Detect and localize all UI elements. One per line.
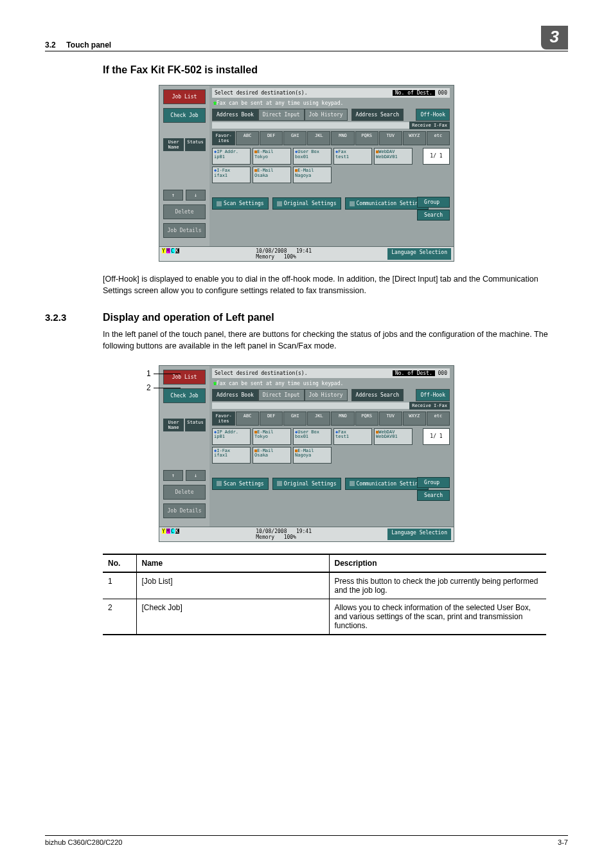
user-name-tab-2[interactable]: User Name [163,419,184,431]
tab-address-book[interactable]: Address Book [212,109,258,121]
index-mno-2[interactable]: MNO [331,411,354,426]
off-hook-button[interactable]: Off-Hook [416,109,450,121]
receive-ifax-button-2[interactable]: Receive I-Fax [409,402,450,410]
footer-date: 10/08/2008 [256,248,287,254]
touch-panel-screenshot-2: Job List Check Job User Name Status ↑ ↓ … [159,365,454,542]
arrow-down-button-2[interactable]: ↓ [186,470,206,481]
job-details-button-2[interactable]: Job Details [163,503,206,518]
scan-settings-button[interactable]: Scan Settings [212,197,269,210]
arrow-up-button-2[interactable]: ↑ [163,470,183,481]
original-settings-button-2[interactable]: Original Settings [272,478,341,490]
footer-mem-label: Memory [256,254,274,260]
dest-osaka[interactable]: ■E-MailOsaka [253,167,291,183]
index-wxyz[interactable]: WXYZ [403,131,426,145]
tab-job-history-2[interactable]: Job History [305,389,348,401]
cell-name-1: [Job List] [136,572,329,599]
search-button[interactable]: Search [417,210,450,221]
index-tuv-2[interactable]: TUV [379,411,402,426]
dest-test1[interactable]: ◆Faxtest1 [333,148,372,165]
cell-desc-1: Press this button to check the job curre… [329,572,546,599]
dest-box01[interactable]: ◆User Boxbox01 [293,148,332,165]
fax-keypad-note-2: Fax can be sent at any time using keypad… [217,381,343,386]
tab-direct-input[interactable]: Direct Input [258,109,305,121]
footer-time: 19:41 [296,248,312,254]
dest-count: 000 [438,90,447,96]
tab-address-search-2[interactable]: Address Search [351,389,404,401]
chapter-badge: 3 [541,26,568,50]
dest-ip01[interactable]: ◆IP Addr.ip01 [212,148,251,165]
index-abc-2[interactable]: ABC [236,411,259,426]
index-etc-2[interactable]: etc [427,411,450,426]
index-def-2[interactable]: DEF [260,411,283,426]
index-etc[interactable]: etc [427,131,450,145]
user-name-tab[interactable]: User Name [163,138,184,151]
language-selection-button-2[interactable]: Language Selection [387,529,451,540]
index-favorites[interactable]: Favor-ites [212,131,235,145]
toner-indicator: YMCK [162,248,180,260]
dest-test1-2[interactable]: ◆Faxtest1 [333,428,372,445]
index-jkl-2[interactable]: JKL [307,411,330,426]
tab-address-book-2[interactable]: Address Book [212,389,258,401]
index-ghi[interactable]: GHI [283,131,306,145]
check-job-button[interactable]: Check Job [163,108,206,123]
status-tab-2[interactable]: Status [185,419,206,431]
dest-count-label-2: No. of Dest. [393,370,435,376]
footer-date-2: 10/08/2008 [256,529,287,534]
dest-osaka-2[interactable]: ■E-MailOsaka [253,447,291,464]
comm-icon [350,201,355,206]
index-pqrs[interactable]: PQRS [355,131,378,145]
header-section-num: 3.2 [45,41,56,50]
index-tuv[interactable]: TUV [379,131,402,145]
dest-ifax1[interactable]: ◆I-Faxifax1 [212,167,251,183]
tab-address-search[interactable]: Address Search [351,109,404,121]
index-mno[interactable]: MNO [331,131,354,145]
scan-icon [217,201,222,206]
job-details-button[interactable]: Job Details [163,223,206,238]
tab-direct-input-2[interactable]: Direct Input [258,389,305,401]
touch-panel-screenshot-1: Job List Check Job User Name Status ↑ ↓ … [159,85,454,262]
index-pqrs-2[interactable]: PQRS [355,411,378,426]
callout-numbers: 1 2 [147,369,181,397]
tab-job-history[interactable]: Job History [305,109,348,121]
scan-settings-button-2[interactable]: Scan Settings [212,478,269,490]
dest-nagoya[interactable]: ■E-MailNagoya [293,167,332,183]
dest-box01-2[interactable]: ◆User Boxbox01 [293,428,332,445]
group-button[interactable]: Group [417,197,450,208]
dest-webdav01-2[interactable]: ■WebDAVWebDAV01 [374,428,413,445]
heading-fax-kit: If the Fax Kit FK-502 is installed [103,64,568,76]
original-settings-button[interactable]: Original Settings [272,197,341,210]
group-button-2[interactable]: Group [417,477,450,488]
job-list-button[interactable]: Job List [163,89,206,104]
search-button-2[interactable]: Search [417,490,450,501]
arrow-down-button[interactable]: ↓ [186,190,206,201]
dest-ip01-2[interactable]: ◆IP Addr.ip01 [212,428,251,445]
screen-title-2: Select desired destination(s). [215,370,308,376]
dest-ifax1-2[interactable]: ◆I-Faxifax1 [212,447,251,464]
communication-settings-button[interactable]: Communication Settings [345,197,429,210]
delete-button[interactable]: Delete [163,204,206,219]
dest-tokyo[interactable]: ■E-MailTokyo [253,148,291,165]
dest-nagoya-2[interactable]: ■E-MailNagoya [293,447,332,464]
language-selection-button[interactable]: Language Selection [387,248,451,260]
page-indicator: 1/ 1 [423,148,450,165]
index-ghi-2[interactable]: GHI [283,411,306,426]
footer-mem-label-2: Memory [256,534,274,540]
arrow-up-button[interactable]: ↑ [163,190,183,201]
th-desc: Description [329,554,546,572]
index-abc[interactable]: ABC [236,131,259,145]
index-wxyz-2[interactable]: WXYZ [403,411,426,426]
delete-button-2[interactable]: Delete [163,485,206,500]
original-icon [277,201,282,206]
section-number: 3.2.3 [45,312,80,323]
index-jkl[interactable]: JKL [307,131,330,145]
dest-count-label: No. of Dest. [393,90,435,96]
status-tab[interactable]: Status [185,138,206,151]
page-indicator-2: 1/ 1 [423,428,450,445]
index-def[interactable]: DEF [260,131,283,145]
communication-settings-button-2[interactable]: Communication Settings [345,478,429,490]
dest-tokyo-2[interactable]: ■E-MailTokyo [253,428,291,445]
index-favorites-2[interactable]: Favor-ites [212,411,235,426]
dest-webdav01[interactable]: ■WebDAVWebDAV01 [374,148,413,165]
off-hook-button-2[interactable]: Off-Hook [416,389,450,401]
receive-ifax-button[interactable]: Receive I-Fax [409,122,450,129]
